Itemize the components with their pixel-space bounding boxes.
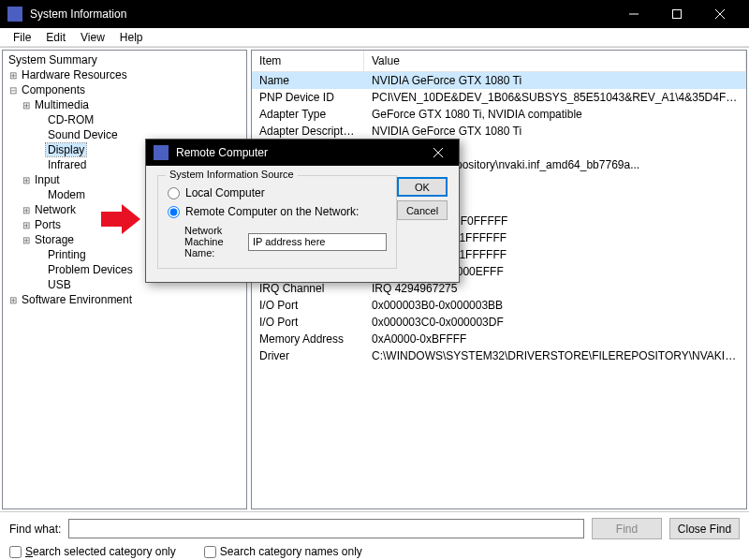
find-what-label: Find what: [9,523,61,536]
expand-icon[interactable]: ⊞ [20,100,33,111]
cell-value: NVIDIA GeForce GTX 1080 Ti [364,73,746,88]
dialog-icon [154,145,169,160]
close-button[interactable] [698,0,742,28]
cell-item: Name [252,73,364,88]
list-row[interactable]: I/O Port0x000003B0-0x000003BB [252,297,746,314]
app-icon [7,7,22,22]
svg-rect-1 [673,10,682,19]
expand-icon[interactable]: ⊞ [20,205,33,215]
find-bar: Find what: Find Close Find Search select… [0,511,749,560]
cell-item: Adapter Description [252,124,364,139]
tree-printing[interactable]: Printing [46,248,88,261]
cell-item: Driver [252,348,364,363]
tree-ports[interactable]: Ports [33,218,63,231]
window-titlebar: System Information [0,0,749,28]
tree-system-summary[interactable]: System Summary [7,53,99,66]
cell-value: 0x000003C0-0x000003DF [364,315,746,330]
local-computer-radio[interactable] [168,187,180,199]
list-row[interactable]: PNP Device IDPCI\VEN_10DE&DEV_1B06&SUBSY… [252,89,746,106]
cancel-button[interactable]: Cancel [397,200,448,220]
cell-value: NVIDIA GeForce GTX 1080 Ti [364,124,746,139]
expand-icon[interactable]: ⊞ [7,70,20,81]
list-header: Item Value [252,51,746,72]
tree-infrared[interactable]: Infrared [46,158,88,171]
cell-item: Adapter Type [252,107,364,122]
dialog-title: Remote Computer [176,146,425,159]
menu-help[interactable]: Help [112,29,151,46]
expand-icon[interactable]: ⊞ [20,235,33,245]
tree-hardware-resources[interactable]: Hardware Resources [20,68,129,81]
tree-components[interactable]: Components [20,83,87,96]
cell-value: GeForce GTX 1080 Ti, NVIDIA compatible [364,107,746,122]
list-row[interactable]: I/O Port0x000003C0-0x000003DF [252,314,746,331]
tree-multimedia[interactable]: Multimedia [33,98,91,111]
expand-icon[interactable]: ⊞ [7,295,20,305]
list-row[interactable]: Adapter DescriptionNVIDIA GeForce GTX 10… [252,123,746,140]
column-value[interactable]: Value [364,51,746,71]
tree-storage[interactable]: Storage [33,233,76,246]
cell-item: I/O Port [252,298,364,313]
collapse-icon[interactable]: ⊟ [7,85,20,96]
list-row[interactable]: Adapter TypeGeForce GTX 1080 Ti, NVIDIA … [252,106,746,123]
maximize-button[interactable] [655,0,698,28]
find-button[interactable]: Find [592,518,662,539]
cell-item: Memory Address [252,332,364,346]
network-name-label: Network Machine Name: [184,225,244,258]
cell-value: PCI\VEN_10DE&DEV_1B06&SUBSYS_85E51043&RE… [364,90,746,105]
source-group: System Information Source Local Computer… [157,175,397,269]
tree-display[interactable]: Display [46,143,86,156]
find-input[interactable] [68,519,584,538]
dialog-close-button[interactable] [425,140,451,166]
tree-usb[interactable]: USB [46,278,73,291]
tree-software-environment[interactable]: Software Environment [20,293,134,306]
tree-cdrom[interactable]: CD-ROM [46,113,95,126]
menu-view[interactable]: View [73,29,112,46]
cell-item: I/O Port [252,315,364,330]
expand-icon[interactable]: ⊞ [20,175,33,185]
list-row[interactable]: Memory Address0xA0000-0xBFFFF [252,331,746,347]
tree-input[interactable]: Input [33,173,62,186]
list-row[interactable]: NameNVIDIA GeForce GTX 1080 Ti [252,72,746,89]
cell-value: IRQ 4294967275 [364,281,746,296]
window-title: System Information [30,7,612,21]
cell-value: C:\WINDOWS\SYSTEM32\DRIVERSTORE\FILEREPO… [364,348,746,363]
search-selected-input[interactable] [9,546,22,558]
svg-marker-4 [101,204,140,234]
remote-computer-label: Remote Computer on the Network: [185,205,359,218]
tree-sound-device[interactable]: Sound Device [46,128,120,141]
tree-modem[interactable]: Modem [46,188,87,201]
cell-value: 0xA0000-0xBFFFF [364,332,746,346]
tree-network[interactable]: Network [33,203,78,216]
minimize-button[interactable] [612,0,655,28]
cell-item: PNP Device ID [252,90,364,105]
cell-value: 0x000003B0-0x000003BB [364,298,746,313]
search-selected-checkbox[interactable]: Search selected category only [9,545,176,558]
column-item[interactable]: Item [252,51,364,71]
local-computer-label: Local Computer [185,186,265,199]
search-names-checkbox[interactable]: Search category names only [204,545,362,558]
remote-computer-dialog: Remote Computer System Information Sourc… [145,139,460,283]
expand-icon[interactable]: ⊞ [20,220,33,230]
cell-item: IRQ Channel [252,281,364,296]
annotation-arrow [101,204,140,234]
list-row[interactable]: DriverC:\WINDOWS\SYSTEM32\DRIVERSTORE\FI… [252,347,746,364]
tree-problem-devices[interactable]: Problem Devices [46,263,135,276]
remote-computer-radio[interactable] [168,206,180,218]
search-names-input[interactable] [204,546,216,558]
ok-button[interactable]: OK [397,177,448,197]
menu-file[interactable]: File [6,29,38,46]
group-legend: System Information Source [166,169,298,180]
network-name-input[interactable] [248,233,387,251]
menu-bar: File Edit View Help [0,28,749,47]
close-find-button[interactable]: Close Find [669,518,740,539]
dialog-titlebar[interactable]: Remote Computer [146,140,459,166]
menu-edit[interactable]: Edit [38,29,73,46]
